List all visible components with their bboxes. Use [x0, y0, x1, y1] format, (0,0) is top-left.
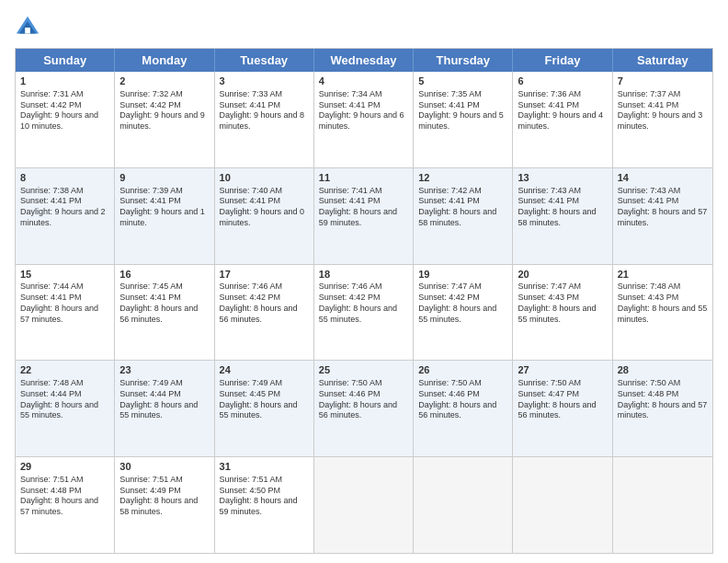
calendar-row-5: 29Sunrise: 7:51 AMSunset: 4:48 PMDayligh…	[16, 456, 712, 553]
day-cell-2: 2Sunrise: 7:32 AMSunset: 4:42 PMDaylight…	[115, 72, 214, 167]
svg-rect-2	[25, 28, 30, 34]
calendar-row-1: 1Sunrise: 7:31 AMSunset: 4:42 PMDaylight…	[16, 72, 712, 167]
day-info: Sunrise: 7:39 AMSunset: 4:41 PMDaylight:…	[119, 186, 209, 229]
day-number: 12	[418, 171, 507, 185]
day-info: Sunrise: 7:48 AMSunset: 4:44 PMDaylight:…	[20, 378, 109, 421]
day-info: Sunrise: 7:42 AMSunset: 4:41 PMDaylight:…	[418, 186, 507, 229]
day-number: 31	[220, 460, 309, 474]
day-info: Sunrise: 7:49 AMSunset: 4:44 PMDaylight:…	[119, 378, 209, 421]
day-info: Sunrise: 7:36 AMSunset: 4:41 PMDaylight:…	[518, 89, 607, 132]
day-info: Sunrise: 7:51 AMSunset: 4:50 PMDaylight:…	[220, 475, 309, 518]
day-info: Sunrise: 7:35 AMSunset: 4:41 PMDaylight:…	[418, 89, 507, 132]
day-number: 13	[518, 171, 607, 185]
header-day-thursday: Thursday	[414, 49, 513, 72]
day-number: 18	[319, 268, 408, 282]
calendar-body: 1Sunrise: 7:31 AMSunset: 4:42 PMDaylight…	[16, 72, 712, 553]
day-info: Sunrise: 7:50 AMSunset: 4:46 PMDaylight:…	[418, 378, 507, 421]
day-number: 23	[119, 363, 209, 377]
header-day-saturday: Saturday	[613, 49, 712, 72]
day-info: Sunrise: 7:51 AMSunset: 4:49 PMDaylight:…	[119, 475, 209, 518]
day-number: 4	[319, 75, 408, 88]
day-info: Sunrise: 7:38 AMSunset: 4:41 PMDaylight:…	[20, 186, 109, 229]
calendar: SundayMondayTuesdayWednesdayThursdayFrid…	[15, 48, 713, 554]
calendar-header: SundayMondayTuesdayWednesdayThursdayFrid…	[16, 49, 712, 72]
header-day-monday: Monday	[115, 49, 214, 72]
day-info: Sunrise: 7:32 AMSunset: 4:42 PMDaylight:…	[119, 89, 209, 132]
page: SundayMondayTuesdayWednesdayThursdayFrid…	[0, 0, 728, 563]
day-number: 2	[119, 75, 209, 88]
day-cell-28: 28Sunrise: 7:50 AMSunset: 4:48 PMDayligh…	[613, 361, 712, 456]
day-number: 21	[618, 268, 708, 282]
empty-cell	[414, 457, 513, 553]
day-info: Sunrise: 7:45 AMSunset: 4:41 PMDaylight:…	[119, 282, 209, 325]
day-cell-18: 18Sunrise: 7:46 AMSunset: 4:42 PMDayligh…	[314, 265, 414, 361]
day-cell-27: 27Sunrise: 7:50 AMSunset: 4:47 PMDayligh…	[513, 361, 612, 456]
day-info: Sunrise: 7:46 AMSunset: 4:42 PMDaylight:…	[220, 282, 309, 325]
day-cell-29: 29Sunrise: 7:51 AMSunset: 4:48 PMDayligh…	[16, 457, 115, 553]
day-number: 17	[220, 268, 309, 282]
calendar-row-3: 15Sunrise: 7:44 AMSunset: 4:41 PMDayligh…	[16, 264, 712, 361]
calendar-row-4: 22Sunrise: 7:48 AMSunset: 4:44 PMDayligh…	[16, 360, 712, 456]
day-cell-11: 11Sunrise: 7:41 AMSunset: 4:41 PMDayligh…	[314, 168, 414, 264]
day-info: Sunrise: 7:31 AMSunset: 4:42 PMDaylight:…	[20, 89, 109, 132]
day-cell-15: 15Sunrise: 7:44 AMSunset: 4:41 PMDayligh…	[16, 265, 115, 361]
day-cell-17: 17Sunrise: 7:46 AMSunset: 4:42 PMDayligh…	[215, 265, 314, 361]
day-info: Sunrise: 7:50 AMSunset: 4:46 PMDaylight:…	[319, 378, 408, 421]
day-number: 29	[20, 460, 109, 474]
day-info: Sunrise: 7:46 AMSunset: 4:42 PMDaylight:…	[319, 282, 408, 325]
day-number: 20	[518, 268, 607, 282]
header-day-friday: Friday	[513, 49, 612, 72]
day-info: Sunrise: 7:47 AMSunset: 4:43 PMDaylight:…	[518, 282, 607, 325]
day-info: Sunrise: 7:50 AMSunset: 4:48 PMDaylight:…	[618, 378, 708, 421]
day-cell-7: 7Sunrise: 7:37 AMSunset: 4:41 PMDaylight…	[613, 72, 712, 167]
day-number: 10	[220, 171, 309, 185]
day-cell-31: 31Sunrise: 7:51 AMSunset: 4:50 PMDayligh…	[215, 457, 314, 553]
day-cell-24: 24Sunrise: 7:49 AMSunset: 4:45 PMDayligh…	[215, 361, 314, 456]
day-info: Sunrise: 7:40 AMSunset: 4:41 PMDaylight:…	[220, 186, 309, 229]
day-cell-19: 19Sunrise: 7:47 AMSunset: 4:42 PMDayligh…	[414, 265, 513, 361]
day-info: Sunrise: 7:50 AMSunset: 4:47 PMDaylight:…	[518, 378, 607, 421]
day-number: 8	[20, 171, 109, 185]
day-cell-4: 4Sunrise: 7:34 AMSunset: 4:41 PMDaylight…	[314, 72, 414, 167]
day-number: 27	[518, 363, 607, 377]
day-number: 30	[119, 460, 209, 474]
day-cell-20: 20Sunrise: 7:47 AMSunset: 4:43 PMDayligh…	[513, 265, 612, 361]
day-number: 3	[220, 75, 309, 88]
day-cell-16: 16Sunrise: 7:45 AMSunset: 4:41 PMDayligh…	[115, 265, 214, 361]
day-number: 24	[220, 363, 309, 377]
day-number: 1	[20, 75, 109, 88]
header	[15, 15, 713, 40]
day-info: Sunrise: 7:49 AMSunset: 4:45 PMDaylight:…	[220, 378, 309, 421]
day-info: Sunrise: 7:43 AMSunset: 4:41 PMDaylight:…	[518, 186, 607, 229]
calendar-row-2: 8Sunrise: 7:38 AMSunset: 4:41 PMDaylight…	[16, 167, 712, 264]
day-number: 7	[618, 75, 708, 88]
day-cell-30: 30Sunrise: 7:51 AMSunset: 4:49 PMDayligh…	[115, 457, 214, 553]
day-number: 25	[319, 363, 408, 377]
day-cell-5: 5Sunrise: 7:35 AMSunset: 4:41 PMDaylight…	[414, 72, 513, 167]
empty-cell	[314, 457, 414, 553]
day-number: 16	[119, 268, 209, 282]
logo-icon	[15, 15, 40, 40]
day-number: 5	[418, 75, 507, 88]
day-cell-9: 9Sunrise: 7:39 AMSunset: 4:41 PMDaylight…	[115, 168, 214, 264]
day-number: 15	[20, 268, 109, 282]
day-number: 26	[418, 363, 507, 377]
logo	[15, 15, 44, 40]
day-info: Sunrise: 7:41 AMSunset: 4:41 PMDaylight:…	[319, 186, 408, 229]
day-number: 22	[20, 363, 109, 377]
day-cell-26: 26Sunrise: 7:50 AMSunset: 4:46 PMDayligh…	[414, 361, 513, 456]
day-number: 9	[119, 171, 209, 185]
day-cell-23: 23Sunrise: 7:49 AMSunset: 4:44 PMDayligh…	[115, 361, 214, 456]
day-number: 19	[418, 268, 507, 282]
header-day-tuesday: Tuesday	[215, 49, 314, 72]
day-info: Sunrise: 7:48 AMSunset: 4:43 PMDaylight:…	[618, 282, 708, 325]
day-number: 28	[618, 363, 708, 377]
day-number: 6	[518, 75, 607, 88]
empty-cell	[513, 457, 612, 553]
day-info: Sunrise: 7:34 AMSunset: 4:41 PMDaylight:…	[319, 89, 408, 132]
day-number: 11	[319, 171, 408, 185]
day-info: Sunrise: 7:37 AMSunset: 4:41 PMDaylight:…	[618, 89, 708, 132]
day-cell-12: 12Sunrise: 7:42 AMSunset: 4:41 PMDayligh…	[414, 168, 513, 264]
day-info: Sunrise: 7:44 AMSunset: 4:41 PMDaylight:…	[20, 282, 109, 325]
header-day-sunday: Sunday	[16, 49, 115, 72]
